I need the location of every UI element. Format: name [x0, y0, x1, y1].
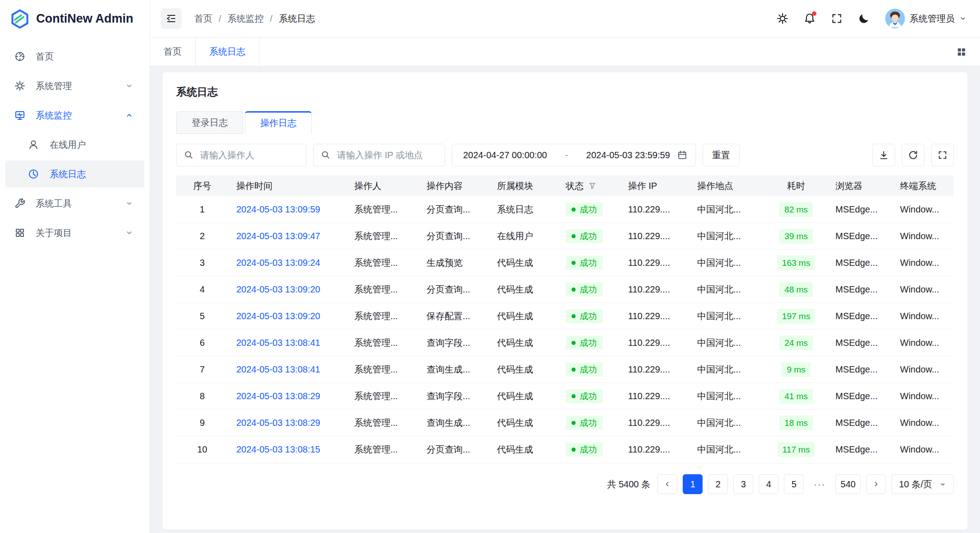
cell-os: Window... [892, 338, 954, 348]
time-link[interactable]: 2024-05-03 13:08:41 [236, 364, 320, 374]
status-dot [572, 208, 576, 212]
user-menu[interactable]: 系统管理员 [885, 9, 966, 28]
page-tab-system-logs[interactable]: 系统日志 [196, 38, 259, 66]
sidebar-item-system-monitor[interactable]: 系统监控 [5, 102, 144, 129]
ip-search [313, 144, 445, 166]
cell-module: 代码生成 [489, 283, 558, 296]
status-dot [572, 314, 576, 318]
cell-content: 查询字段... [418, 337, 489, 349]
time-link[interactable]: 2024-05-03 13:09:59 [236, 204, 320, 214]
sidebar-item-home[interactable]: 首页 [5, 43, 144, 70]
time-link[interactable]: 2024-05-03 13:09:24 [236, 258, 320, 268]
fullscreen-button[interactable] [831, 13, 843, 24]
date-range-picker[interactable]: 2024-04-27 00:00:00 - 2024-05-03 23:59:5… [452, 144, 696, 166]
cell-operator: 系统管理... [346, 337, 418, 349]
sidebar-item-online-users[interactable]: 在线用户 [5, 131, 144, 158]
sidebar-item-about-project[interactable]: 关于项目 [5, 219, 144, 246]
time-link[interactable]: 2024-05-03 13:09:47 [236, 231, 320, 241]
page-tab-home[interactable]: 首页 [150, 38, 196, 66]
cell-os: Window... [892, 444, 954, 455]
tab-login-logs[interactable]: 登录日志 [176, 111, 243, 134]
time-link[interactable]: 2024-05-03 13:09:20 [236, 311, 320, 321]
cell-os: Window... [892, 311, 954, 321]
table-row: 82024-05-03 13:08:29系统管理...查询字段...代码生成成功… [176, 383, 954, 410]
sidebar-item-label: 首页 [36, 51, 54, 63]
col-header-browser: 浏览器 [827, 180, 892, 192]
app-logo[interactable]: ContiNew Admin [0, 0, 150, 38]
time-link[interactable]: 2024-05-03 13:08:15 [236, 444, 320, 454]
export-button[interactable] [872, 144, 895, 166]
table-row: 32024-05-03 13:09:24系统管理...生成预览代码生成成功110… [176, 250, 954, 276]
page-button-1[interactable]: 1 [683, 474, 703, 494]
time-link[interactable]: 2024-05-03 13:08:41 [236, 338, 320, 348]
date-start: 2024-04-27 00:00:00 [463, 150, 547, 160]
cell-duration: 163 ms [765, 255, 827, 270]
cell-os: Window... [892, 284, 954, 295]
ip-search-input[interactable] [313, 144, 445, 166]
col-header-index: 序号 [176, 180, 228, 192]
cell-status: 成功 [558, 336, 620, 350]
sidebar-collapse-button[interactable] [161, 8, 182, 29]
notifications-button[interactable] [804, 13, 816, 24]
table-row: 12024-05-03 13:09:59系统管理...分页查询...系统日志成功… [176, 196, 954, 223]
col-header-location: 操作地点 [689, 180, 765, 192]
page-button-2[interactable]: 2 [708, 474, 728, 494]
cell-time: 2024-05-03 13:08:41 [228, 338, 346, 348]
page-size-select[interactable]: 10 条/页 [891, 474, 954, 494]
sidebar-item-system-management[interactable]: 系统管理 [5, 72, 144, 99]
status-badge: 成功 [566, 389, 603, 403]
tab-actions-button[interactable] [956, 46, 967, 58]
col-header-time: 操作时间 [228, 180, 346, 192]
cell-operator: 系统管理... [346, 257, 418, 269]
status-dot [572, 288, 576, 292]
status-dot [572, 421, 576, 425]
page-button-5[interactable]: 5 [784, 474, 804, 494]
time-link[interactable]: 2024-05-03 13:09:20 [236, 284, 320, 294]
page-buttons: 12345···540 [683, 474, 860, 494]
page-tabs-bar: 首页 系统日志 [150, 38, 980, 66]
dark-mode-button[interactable] [858, 13, 870, 24]
time-link[interactable]: 2024-05-03 13:08:29 [236, 391, 320, 401]
page-button-4[interactable]: 4 [759, 474, 778, 494]
col-header-operator: 操作人 [346, 180, 418, 192]
cell-status: 成功 [558, 309, 620, 323]
table-fullscreen-button[interactable] [931, 144, 954, 166]
next-page-button[interactable] [866, 474, 886, 494]
page-button-3[interactable]: 3 [733, 474, 753, 494]
page-button-540[interactable]: 540 [835, 474, 860, 494]
chevron-right-icon [872, 481, 880, 488]
breadcrumb-current: 系统日志 [279, 13, 315, 25]
prev-page-button[interactable] [657, 474, 677, 494]
user-name: 系统管理员 [910, 13, 955, 25]
duration-badge: 117 ms [778, 442, 815, 457]
breadcrumb-system-monitor[interactable]: 系统监控 [228, 13, 264, 25]
cell-index: 1 [176, 204, 228, 215]
status-dot [572, 261, 576, 265]
table-body: 12024-05-03 13:09:59系统管理...分页查询...系统日志成功… [176, 196, 954, 463]
cell-module: 代码生成 [489, 337, 558, 349]
menu-fold-icon [166, 13, 177, 24]
cell-ip: 110.229.... [620, 311, 689, 321]
operator-search-input[interactable] [176, 144, 306, 166]
pagination: 共 5400 条 12345···540 10 条/页 [176, 474, 954, 494]
cell-ip: 110.229.... [620, 444, 689, 455]
sidebar-item-label: 系统管理 [36, 80, 72, 92]
cell-time: 2024-05-03 13:08:41 [228, 364, 346, 375]
col-header-content: 操作内容 [418, 180, 489, 192]
cell-location: 中国河北... [689, 203, 765, 216]
cell-browser: MSEdge... [827, 338, 892, 348]
breadcrumb-home[interactable]: 首页 [194, 13, 212, 25]
time-link[interactable]: 2024-05-03 13:08:29 [236, 418, 320, 428]
tab-operation-logs[interactable]: 操作日志 [245, 111, 312, 134]
settings-button[interactable] [777, 13, 788, 24]
page-ellipsis-button[interactable]: ··· [809, 474, 830, 494]
refresh-button[interactable] [902, 144, 924, 166]
cell-location: 中国河北... [689, 417, 765, 429]
sidebar-item-system-tools[interactable]: 系统工具 [5, 190, 144, 217]
cell-index: 2 [176, 231, 228, 241]
reset-button[interactable]: 重置 [703, 144, 740, 166]
sidebar-item-system-logs[interactable]: 系统日志 [5, 160, 144, 188]
status-dot [572, 341, 576, 345]
cell-status: 成功 [558, 256, 620, 270]
status-filter-icon[interactable] [588, 182, 596, 190]
